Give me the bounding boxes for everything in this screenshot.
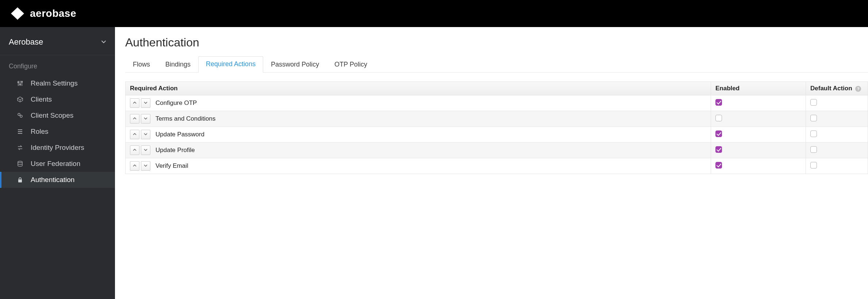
chevron-down-icon (144, 132, 147, 137)
enabled-checkbox[interactable] (715, 130, 722, 137)
tab-flows[interactable]: Flows (125, 57, 158, 73)
enabled-checkbox[interactable] (715, 115, 722, 121)
cell-default-action (806, 111, 868, 127)
default-action-checkbox[interactable] (810, 130, 817, 137)
svg-point-5 (18, 161, 22, 163)
cell-enabled (711, 127, 806, 143)
sidebar-item-label: Client Scopes (31, 111, 73, 120)
required-action-name: Update Password (155, 131, 706, 138)
chevron-down-icon (144, 148, 147, 152)
list-icon (16, 128, 24, 135)
move-up-button[interactable] (130, 145, 139, 155)
sidebar-item-clients[interactable]: Clients (0, 91, 115, 107)
sidebar-item-label: User Federation (31, 160, 80, 168)
required-action-name: Terms and Conditions (155, 115, 706, 122)
col-header-default-action-label: Default Action (810, 85, 852, 92)
sidebar-section-label: Configure (0, 59, 115, 75)
realm-selector-label: Aerobase (9, 37, 43, 47)
enabled-checkbox[interactable] (715, 146, 722, 153)
move-down-button[interactable] (141, 114, 150, 124)
cube-icon (16, 96, 24, 103)
page-title: Authentication (125, 36, 868, 49)
svg-point-1 (19, 84, 20, 85)
move-up-button[interactable] (130, 130, 139, 139)
col-header-required-action: Required Action (126, 82, 711, 95)
sidebar-item-realm-settings[interactable]: Realm Settings (0, 75, 115, 91)
chevron-up-icon (133, 164, 137, 168)
tab-bindings[interactable]: Bindings (158, 57, 198, 73)
brand-name: aerobase (30, 8, 76, 19)
chevron-up-icon (133, 101, 137, 105)
sidebar-item-roles[interactable]: Roles (0, 124, 115, 140)
sidebar-item-client-scopes[interactable]: Client Scopes (0, 107, 115, 124)
sliders-icon (16, 80, 24, 87)
col-header-required-action-label: Required Action (130, 85, 178, 92)
svg-point-2 (21, 81, 22, 82)
cell-enabled (711, 158, 806, 174)
svg-point-0 (18, 82, 19, 83)
cell-required-action: Terms and Conditions (126, 111, 711, 127)
move-down-button[interactable] (141, 145, 150, 155)
default-action-checkbox[interactable] (810, 99, 817, 106)
chevron-up-icon (133, 148, 137, 152)
required-action-name: Verify Email (155, 162, 706, 170)
sidebar-item-label: Roles (31, 128, 49, 136)
cell-enabled (711, 95, 806, 111)
enabled-checkbox[interactable] (715, 99, 722, 106)
cell-required-action: Configure OTP (126, 95, 711, 111)
sidebar-item-label: Authentication (31, 176, 74, 184)
svg-point-4 (20, 115, 22, 117)
move-down-button[interactable] (141, 130, 150, 139)
col-header-enabled-label: Enabled (715, 85, 740, 92)
default-action-checkbox[interactable] (810, 146, 817, 153)
col-header-default-action: Default Action ? (806, 82, 868, 95)
chevron-up-icon (133, 132, 137, 137)
cell-default-action (806, 95, 868, 111)
table-row: Update Password (126, 127, 868, 143)
database-icon (16, 160, 24, 167)
exchange-icon (16, 144, 24, 151)
cell-enabled (711, 143, 806, 158)
move-up-button[interactable] (130, 98, 139, 108)
move-up-button[interactable] (130, 161, 139, 171)
sidebar: Aerobase Configure Realm SettingsClients… (0, 27, 115, 299)
table-row: Configure OTP (126, 95, 868, 111)
sidebar-item-identity-providers[interactable]: Identity Providers (0, 140, 115, 156)
sidebar-item-user-federation[interactable]: User Federation (0, 156, 115, 172)
table-row: Terms and Conditions (126, 111, 868, 127)
tab-required-actions[interactable]: Required Actions (198, 56, 263, 73)
move-up-button[interactable] (130, 114, 139, 124)
tab-password-policy[interactable]: Password Policy (263, 57, 327, 73)
chevron-down-icon (144, 117, 147, 121)
tab-otp-policy[interactable]: OTP Policy (327, 57, 375, 73)
enabled-checkbox[interactable] (715, 162, 722, 169)
cell-default-action (806, 158, 868, 174)
cell-default-action (806, 143, 868, 158)
realm-selector[interactable]: Aerobase (0, 31, 115, 55)
sidebar-item-label: Clients (31, 95, 52, 103)
required-action-name: Update Profile (155, 147, 706, 154)
brand-logo-icon (10, 7, 25, 20)
move-down-button[interactable] (141, 98, 150, 108)
sidebar-item-authentication[interactable]: Authentication (0, 172, 115, 188)
required-actions-table: Required Action Enabled Default Action ?… (125, 82, 868, 174)
svg-rect-6 (18, 179, 22, 182)
main-content: Authentication FlowsBindingsRequired Act… (115, 27, 868, 299)
topbar: aerobase (0, 0, 868, 27)
brand[interactable]: aerobase (10, 7, 76, 20)
default-action-checkbox[interactable] (810, 162, 817, 169)
move-down-button[interactable] (141, 161, 150, 171)
chevron-up-icon (133, 117, 137, 121)
help-icon[interactable]: ? (855, 86, 861, 92)
cell-required-action: Verify Email (126, 158, 711, 174)
sidebar-divider (0, 55, 115, 55)
cell-enabled (711, 111, 806, 127)
cell-required-action: Update Password (126, 127, 711, 143)
default-action-checkbox[interactable] (810, 115, 817, 121)
table-body: Configure OTPTerms and ConditionsUpdate … (126, 95, 868, 174)
table-row: Update Profile (126, 143, 868, 158)
tabs: FlowsBindingsRequired ActionsPassword Po… (125, 56, 868, 73)
scope-icon (16, 112, 24, 119)
chevron-down-icon (144, 101, 147, 105)
sidebar-nav: Realm SettingsClientsClient ScopesRolesI… (0, 75, 115, 188)
